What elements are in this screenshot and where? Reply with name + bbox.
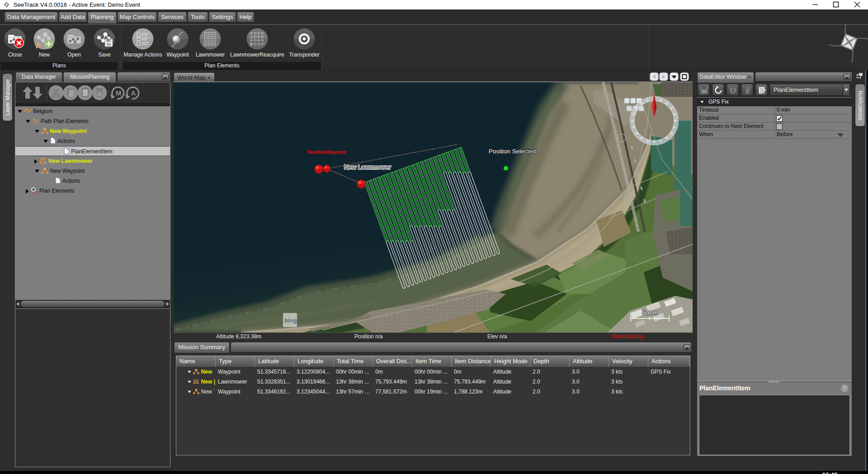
svg-text:NevNewWaypoint: NevNewWaypoint (307, 149, 346, 155)
svg-text:Position Selected: Position Selected (489, 148, 536, 155)
svg-text:bing: bing (284, 317, 297, 324)
svg-text:M: M (116, 89, 122, 97)
svg-text:New Lawnmower: New Lawnmower (344, 164, 391, 171)
svg-text:500 m: 500 m (642, 310, 657, 316)
svg-text:A: A (131, 89, 136, 97)
